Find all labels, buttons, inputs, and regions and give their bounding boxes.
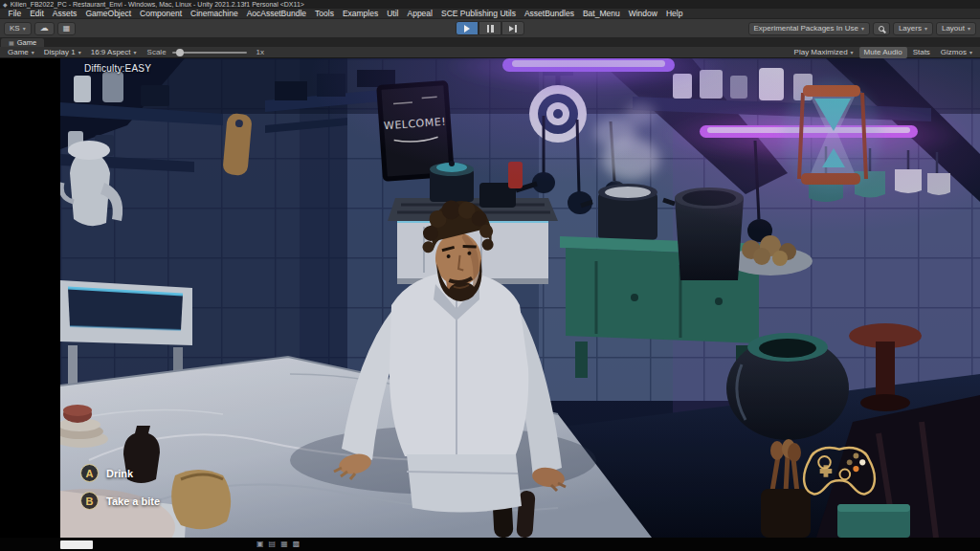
chevron-down-icon: ▾ (32, 49, 34, 55)
hud-difficulty: Difficulty:EASY (84, 63, 151, 74)
menubar: File Edit Assets GameObject Component Ci… (0, 9, 980, 19)
gamepad-b-button-icon: B (80, 492, 99, 510)
menu-appeal[interactable]: Appeal (403, 9, 436, 18)
scale-slider-thumb[interactable] (176, 49, 184, 56)
mute-audio-label: Mute Audio (864, 48, 902, 56)
stats-label: Stats (913, 48, 930, 56)
status-tiles-icon[interactable]: ▦ (280, 540, 288, 548)
chevron-down-icon: ▾ (23, 25, 26, 32)
unity-app-icon: ◆ (3, 2, 8, 8)
game-mode-dropdown[interactable]: Game ▾ (3, 47, 39, 58)
menu-window[interactable]: Window (624, 9, 661, 18)
step-icon (509, 25, 517, 33)
play-button[interactable] (456, 21, 479, 35)
display-label: Display 1 (44, 48, 76, 56)
main-toolbar: KS ▾ ☁ ▦ Experimental Packages In Use ▾ (0, 19, 980, 38)
chevron-down-icon: ▾ (78, 49, 81, 55)
menu-tools[interactable]: Tools (311, 9, 339, 18)
menu-edit[interactable]: Edit (26, 9, 49, 18)
account-label: KS (10, 24, 20, 33)
chevron-down-icon: ▾ (969, 49, 972, 55)
grid-icon: ▦ (63, 25, 71, 33)
services-button[interactable]: ▦ (57, 22, 77, 35)
gamebar-right: Play Maximized ▾ Mute Audio Stats Gizmos… (790, 47, 977, 58)
gamebar-left: Game ▾ Display 1 ▾ 16:9 Aspect ▾ Scale 1… (3, 47, 266, 58)
cloud-button[interactable]: ☁ (34, 22, 55, 35)
pane-icon: ▦ (9, 40, 14, 46)
pause-button[interactable] (479, 21, 501, 35)
chevron-down-icon: ▾ (861, 25, 864, 32)
window-title: Kilien_FB2022_PC - Restaurant_Envi - Win… (11, 1, 304, 8)
cloud-icon: ☁ (40, 24, 49, 33)
menu-cinemachine[interactable]: Cinemachine (187, 9, 243, 18)
menu-help[interactable]: Help (661, 9, 686, 18)
menu-examples[interactable]: Examples (338, 9, 382, 18)
prompt-take-a-bite-label: Take a bite (106, 496, 160, 507)
scale-value: 1x (251, 48, 266, 56)
scale-slider[interactable] (172, 52, 247, 54)
menu-gameobject[interactable]: GameObject (81, 9, 136, 18)
game-mode-label: Game (8, 48, 29, 56)
chevron-down-icon: ▾ (134, 49, 137, 55)
mute-audio-toggle[interactable]: Mute Audio (859, 47, 907, 58)
aspect-label: 16:9 Aspect (91, 48, 131, 56)
game-view-toolbar: Game ▾ Display 1 ▾ 16:9 Aspect ▾ Scale 1… (0, 47, 980, 58)
menu-aocassetbundle[interactable]: AocAssetBundle (242, 9, 310, 18)
gizmos-label: Gizmos (941, 48, 967, 56)
status-icons: ▣ ▤ ▦ ▩ (256, 538, 300, 551)
status-bar: ▣ ▤ ▦ ▩ (0, 538, 980, 551)
playmode-controls (456, 21, 524, 35)
play-maximized-dropdown[interactable]: Play Maximized ▾ (790, 47, 858, 58)
experimental-packages-label: Experimental Packages In Use (754, 24, 858, 33)
prompt-drink-label: Drink (106, 468, 133, 479)
display-dropdown[interactable]: Display 1 ▾ (39, 47, 86, 58)
menu-assets[interactable]: Assets (48, 9, 81, 18)
menu-component[interactable]: Component (136, 9, 187, 18)
status-grid-icon[interactable]: ▣ (256, 540, 264, 548)
gizmos-dropdown[interactable]: Gizmos ▾ (936, 47, 977, 58)
layers-label: Layers (899, 24, 922, 33)
menu-util[interactable]: Util (383, 9, 403, 18)
aspect-ratio-dropdown[interactable]: 16:9 Aspect ▾ (86, 47, 142, 58)
search-button[interactable] (873, 22, 890, 35)
menu-bat-menu[interactable]: Bat_Menu (578, 9, 624, 18)
chevron-down-icon: ▾ (851, 49, 854, 55)
chevron-down-icon: ▾ (924, 25, 927, 32)
step-button[interactable] (501, 21, 524, 35)
status-pattern-icon[interactable]: ▩ (293, 540, 301, 548)
search-icon (879, 26, 884, 32)
chevron-down-icon: ▾ (968, 25, 970, 32)
taskbar-item[interactable] (60, 540, 93, 549)
account-dropdown[interactable]: KS ▾ (4, 22, 32, 35)
game-viewport[interactable]: WELCOME! (0, 58, 980, 538)
prompt-drink: A Drink (80, 464, 160, 482)
menu-file[interactable]: File (4, 9, 26, 18)
prompt-take-a-bite: B Take a bite (80, 492, 160, 510)
play-icon (464, 25, 470, 33)
unity-window: ◆ Kilien_FB2022_PC - Restaurant_Envi - W… (0, 0, 980, 551)
menu-sce-publishing-utils[interactable]: SCE Publishing Utils (436, 9, 520, 18)
gamepad-a-button-icon: A (80, 464, 99, 482)
pause-icon (487, 25, 494, 33)
status-rows-icon[interactable]: ▤ (269, 540, 277, 548)
play-maximized-label: Play Maximized (794, 48, 848, 56)
titlebar: ◆ Kilien_FB2022_PC - Restaurant_Envi - W… (0, 0, 980, 9)
hud-prompts: A Drink B Take a bite (80, 464, 160, 510)
layout-dropdown[interactable]: Layout ▾ (936, 22, 976, 35)
menu-assetbundles[interactable]: AssetBundles (520, 9, 578, 18)
layers-dropdown[interactable]: Layers ▾ (893, 22, 933, 35)
experimental-packages-dropdown[interactable]: Experimental Packages In Use ▾ (748, 22, 870, 35)
toolbar-left-cluster: KS ▾ ☁ ▦ (4, 22, 76, 35)
stats-toggle[interactable]: Stats (908, 47, 935, 58)
toolbar-right-cluster: Experimental Packages In Use ▾ Layers ▾ … (748, 22, 976, 35)
gamepad-icon (796, 441, 882, 500)
scale-label: Scale (142, 48, 168, 56)
layout-label: Layout (942, 24, 965, 33)
